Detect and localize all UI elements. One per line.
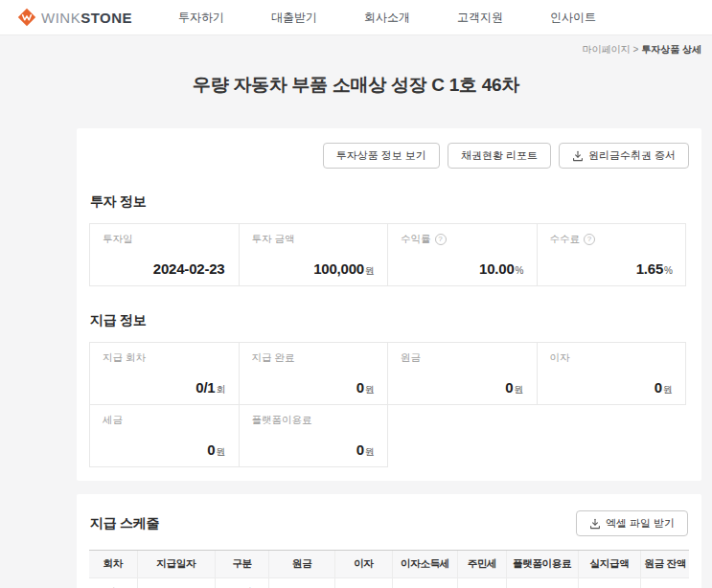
investment-info-grid: 투자일 2024-02-23 투자 금액 100,000원 수익률 ? 10.0…: [89, 223, 689, 286]
nav-item-company[interactable]: 회사소개: [364, 10, 410, 26]
col-header-type: 구분: [215, 551, 268, 578]
platform-fee-cell: 플랫폼이용료 0원: [239, 404, 389, 467]
nav-item-insight[interactable]: 인사이트: [550, 10, 596, 26]
interest-label: 이자: [550, 351, 570, 365]
tax-value: 0: [207, 441, 215, 458]
fee-label: 수수료: [550, 233, 581, 246]
main-nav: 투자하기 대출받기 회사소개 고객지원 인사이트: [178, 10, 596, 26]
platform-fee-value: 0: [356, 441, 364, 458]
product-info-button-label: 투자상품 정보 보기: [336, 148, 426, 163]
excel-download-button[interactable]: 엑셀 파일 받기: [576, 510, 688, 536]
excel-download-button-label: 엑셀 파일 받기: [606, 516, 675, 531]
investment-info-heading: 투자 정보: [90, 193, 689, 211]
schedule-header-row: 회차 지급일자 구분 원금 이자 이자소득세 주민세 플랫폼이용료 실지급액 원…: [89, 551, 689, 578]
col-header-principal: 원금: [269, 551, 335, 578]
principal-cell: 원금 0원: [387, 342, 538, 405]
invest-amount-label: 투자 금액: [252, 233, 295, 246]
col-header-payment-date: 지급일자: [137, 551, 215, 578]
certificate-download-button[interactable]: 원리금수취권 증서: [559, 143, 689, 169]
breadcrumb-parent[interactable]: 마이페이지: [582, 44, 630, 55]
fee-value: 1.65: [636, 260, 663, 277]
invest-amount-cell: 투자 금액 100,000원: [239, 223, 389, 286]
yield-value: 10.00: [479, 260, 515, 277]
invest-date-value: 2024-02-23: [153, 260, 225, 277]
breadcrumb: 마이페이지>투자상품 상세: [77, 35, 701, 57]
col-header-round: 회차: [89, 551, 137, 578]
cell-principal: 100,000원: [269, 578, 335, 588]
tax-cell: 세금 0원: [89, 404, 240, 467]
cell-payment-date: 2024-05-24: [137, 578, 215, 588]
download-icon: [589, 518, 601, 530]
cell-type: 상환예정: [215, 578, 268, 588]
nav-item-support[interactable]: 고객지원: [457, 10, 503, 26]
fee-cell: 수수료 ? 1.65%: [537, 223, 687, 286]
cell-round: 1회차: [89, 578, 137, 588]
page-title: 우량 자동차 부품 소매상 성장 C 1호 46차: [0, 73, 712, 98]
yield-cell: 수익률 ? 10.00%: [387, 223, 538, 286]
schedule-heading: 지급 스케줄: [90, 515, 159, 532]
investment-detail-card: 투자상품 정보 보기 채권현황 리포트 원리금수취권 증서 투자 정보 투자일 …: [77, 128, 701, 481]
brand-diamond-icon: [17, 8, 36, 27]
payment-complete-cell: 지급 완료 0원: [239, 342, 389, 405]
bond-report-button-label: 채권현황 리포트: [461, 148, 538, 163]
col-header-resident-tax: 주민세: [458, 551, 506, 578]
brand-wordmark: WINKSTONE: [41, 10, 132, 26]
interest-value: 0: [655, 379, 662, 396]
bond-report-button[interactable]: 채권현황 리포트: [448, 143, 551, 169]
cell-net-payment: 101,684원: [578, 578, 641, 588]
schedule-row: 1회차 2024-05-24 상환예정 100,000원 2,459원 340원…: [89, 578, 689, 588]
payment-info-heading: 지급 정보: [90, 312, 689, 329]
cell-interest-tax: 340원: [392, 578, 458, 588]
fee-help-icon[interactable]: ?: [584, 234, 595, 245]
card-actions: 투자상품 정보 보기 채권현황 리포트 원리금수취권 증서: [89, 143, 689, 169]
col-header-principal-balance: 원금 잔액: [641, 551, 689, 578]
principal-value: 0: [505, 379, 513, 396]
schedule-table: 회차 지급일자 구분 원금 이자 이자소득세 주민세 플랫폼이용료 실지급액 원…: [89, 550, 689, 588]
cell-resident-tax: 30원: [458, 578, 506, 588]
platform-fee-label: 플랫폼이용료: [252, 414, 312, 427]
payment-schedule-card: 지급 스케줄 엑셀 파일 받기 회차 지급일자 구분 원금 이자 이자소득세: [77, 494, 701, 588]
payment-count-cell: 지급 회차 0/1회: [89, 342, 240, 405]
cell-platform-fee: 405원: [506, 578, 578, 588]
yield-label: 수익률: [401, 233, 431, 246]
payment-count-value: 0/1: [195, 379, 215, 396]
product-info-button[interactable]: 투자상품 정보 보기: [323, 143, 440, 169]
yield-help-icon[interactable]: ?: [435, 234, 447, 245]
invest-amount-value: 100,000: [313, 260, 364, 277]
col-header-platform-fee: 플랫폼이용료: [506, 551, 578, 578]
interest-cell: 이자 0원: [537, 342, 687, 405]
download-icon: [572, 150, 584, 162]
header: WINKSTONE 투자하기 대출받기 회사소개 고객지원 인사이트: [0, 0, 712, 35]
certificate-button-label: 원리금수취권 증서: [588, 148, 676, 163]
col-header-interest-tax: 이자소득세: [392, 551, 458, 578]
invest-date-cell: 투자일 2024-02-23: [89, 223, 240, 286]
tax-label: 세금: [103, 414, 123, 427]
nav-item-invest[interactable]: 투자하기: [178, 10, 224, 26]
col-header-interest: 이자: [335, 551, 392, 578]
cell-principal-balance: 0원: [641, 578, 689, 588]
payment-complete-value: 0: [356, 379, 364, 396]
nav-item-loan[interactable]: 대출받기: [271, 10, 317, 26]
brand-logo[interactable]: WINKSTONE: [17, 8, 132, 27]
breadcrumb-separator: >: [632, 44, 638, 55]
payment-info-grid: 지급 회차 0/1회 지급 완료 0원 원금 0원 이자 0원 세금: [89, 342, 689, 467]
invest-date-label: 투자일: [103, 233, 133, 246]
breadcrumb-current: 투자상품 상세: [641, 44, 701, 55]
principal-label: 원금: [401, 351, 421, 365]
payment-count-label: 지급 회차: [103, 351, 146, 365]
col-header-net-payment: 실지급액: [578, 551, 641, 578]
cell-interest: 2,459원: [335, 578, 392, 588]
payment-complete-label: 지급 완료: [252, 351, 295, 365]
